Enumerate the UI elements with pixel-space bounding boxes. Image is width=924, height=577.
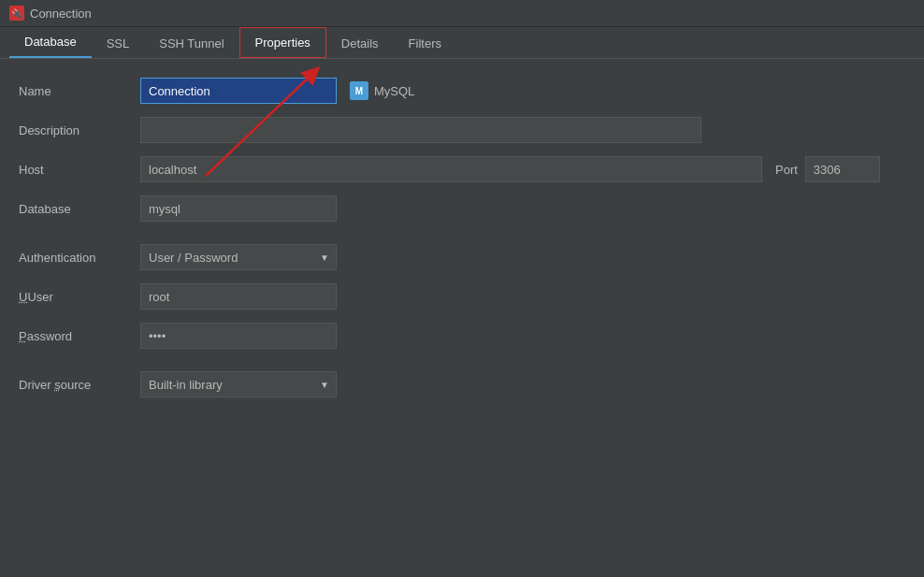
- description-row: Description: [19, 117, 905, 143]
- app-icon: 🔌: [9, 6, 24, 21]
- tab-bar: Database SSL SSH Tunnel Properties Detai…: [0, 27, 924, 59]
- user-label: UUser: [19, 290, 140, 304]
- name-input[interactable]: [140, 78, 337, 104]
- tab-filters[interactable]: Filters: [394, 29, 456, 58]
- host-label: Host: [19, 163, 140, 177]
- title-bar: 🔌 Connection: [0, 0, 924, 27]
- tab-details[interactable]: Details: [326, 29, 394, 58]
- driver-source-label: Driver source: [19, 378, 140, 392]
- password-row: Password: [19, 323, 905, 349]
- password-label: Password: [19, 329, 140, 343]
- host-row: Host Port: [19, 156, 905, 182]
- description-label: Description: [19, 123, 140, 137]
- connection-window: 🔌 Connection Database SSL SSH Tunnel Pro…: [0, 0, 924, 577]
- authentication-row: Authentication User / Password No auth L…: [19, 244, 905, 270]
- window-title: Connection: [30, 7, 92, 21]
- port-label: Port: [775, 163, 798, 177]
- database-input[interactable]: [140, 195, 337, 222]
- driver-source-select-wrapper: Built-in library External library ▼: [140, 371, 337, 397]
- port-input[interactable]: [805, 156, 880, 182]
- name-row: Name M MySQL: [19, 78, 905, 104]
- driver-source-row: Driver source Built-in library External …: [19, 371, 905, 397]
- database-label: Database: [19, 202, 140, 216]
- authentication-label: Authentication: [19, 251, 140, 265]
- db-type-display: M MySQL: [350, 81, 414, 100]
- authentication-select-wrapper: User / Password No auth LDAP ▼: [140, 244, 337, 270]
- user-input[interactable]: [140, 283, 337, 310]
- user-row: UUser: [19, 283, 905, 310]
- db-type-label: MySQL: [374, 84, 414, 98]
- tab-database[interactable]: Database: [9, 27, 92, 58]
- password-input[interactable]: [140, 323, 337, 349]
- host-input[interactable]: [140, 156, 762, 182]
- tab-properties[interactable]: Properties: [239, 27, 326, 58]
- name-label: Name: [19, 84, 140, 98]
- mysql-icon: M: [350, 81, 368, 100]
- form-content: Name M MySQL Description Host Port Datab…: [0, 59, 924, 577]
- tab-ssh-tunnel[interactable]: SSH Tunnel: [144, 29, 238, 58]
- tab-ssl[interactable]: SSL: [92, 29, 145, 58]
- driver-source-select[interactable]: Built-in library External library: [140, 371, 337, 397]
- description-input[interactable]: [140, 117, 701, 143]
- database-row: Database: [19, 195, 905, 222]
- authentication-select[interactable]: User / Password No auth LDAP: [140, 244, 337, 270]
